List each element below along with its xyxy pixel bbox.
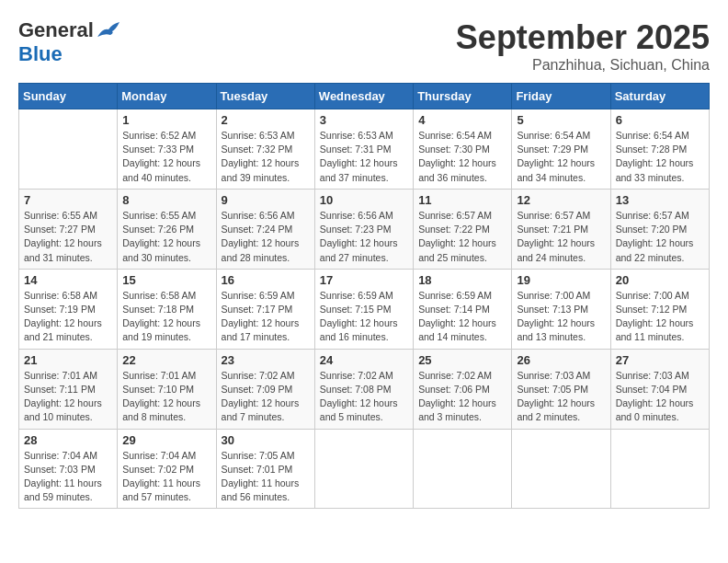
day-number: 19 [517, 273, 605, 287]
day-number: 2 [222, 113, 310, 127]
week-row-3: 14Sunrise: 6:58 AM Sunset: 7:19 PM Dayli… [19, 269, 710, 349]
day-info: Sunrise: 6:54 AM Sunset: 7:28 PM Dayligh… [616, 129, 704, 185]
calendar-cell: 22Sunrise: 7:01 AM Sunset: 7:10 PM Dayli… [118, 349, 216, 429]
calendar-cell: 19Sunrise: 7:00 AM Sunset: 7:13 PM Dayli… [512, 269, 610, 349]
day-number: 6 [616, 113, 704, 127]
day-number: 25 [418, 353, 506, 367]
calendar-cell: 10Sunrise: 6:56 AM Sunset: 7:23 PM Dayli… [314, 189, 413, 269]
day-info: Sunrise: 7:02 AM Sunset: 7:08 PM Dayligh… [320, 369, 408, 425]
day-info: Sunrise: 6:59 AM Sunset: 7:14 PM Dayligh… [418, 289, 506, 345]
title-block: September 2025 Panzhihua, Sichuan, China [456, 18, 710, 74]
day-info: Sunrise: 6:55 AM Sunset: 7:27 PM Dayligh… [24, 209, 112, 265]
day-info: Sunrise: 6:56 AM Sunset: 7:23 PM Dayligh… [320, 209, 408, 265]
logo-bird-icon [96, 20, 121, 40]
calendar-cell: 1Sunrise: 6:52 AM Sunset: 7:33 PM Daylig… [118, 109, 216, 190]
calendar-cell: 3Sunrise: 6:53 AM Sunset: 7:31 PM Daylig… [314, 109, 413, 190]
month-title: September 2025 [456, 18, 710, 57]
weekday-header-friday: Friday [512, 84, 610, 109]
day-info: Sunrise: 7:03 AM Sunset: 7:05 PM Dayligh… [517, 369, 605, 425]
logo-general-text: General [18, 18, 94, 42]
calendar-cell: 6Sunrise: 6:54 AM Sunset: 7:28 PM Daylig… [610, 109, 709, 190]
day-number: 13 [616, 193, 704, 207]
calendar-cell: 15Sunrise: 6:58 AM Sunset: 7:18 PM Dayli… [118, 269, 216, 349]
day-number: 20 [616, 273, 704, 287]
day-number: 29 [122, 433, 210, 447]
day-info: Sunrise: 6:58 AM Sunset: 7:18 PM Dayligh… [122, 289, 210, 345]
calendar-cell: 16Sunrise: 6:59 AM Sunset: 7:17 PM Dayli… [216, 269, 314, 349]
day-info: Sunrise: 6:54 AM Sunset: 7:30 PM Dayligh… [418, 129, 506, 185]
calendar-cell: 21Sunrise: 7:01 AM Sunset: 7:11 PM Dayli… [19, 349, 118, 429]
week-row-2: 7Sunrise: 6:55 AM Sunset: 7:27 PM Daylig… [19, 189, 710, 269]
week-row-1: 1Sunrise: 6:52 AM Sunset: 7:33 PM Daylig… [19, 109, 710, 190]
day-info: Sunrise: 7:04 AM Sunset: 7:03 PM Dayligh… [24, 449, 112, 505]
day-info: Sunrise: 7:01 AM Sunset: 7:10 PM Dayligh… [122, 369, 210, 425]
calendar-cell: 20Sunrise: 7:00 AM Sunset: 7:12 PM Dayli… [610, 269, 709, 349]
day-number: 9 [222, 193, 310, 207]
weekday-header-tuesday: Tuesday [216, 84, 314, 109]
calendar-cell: 12Sunrise: 6:57 AM Sunset: 7:21 PM Dayli… [512, 189, 610, 269]
day-number: 22 [122, 353, 210, 367]
day-number: 17 [320, 273, 408, 287]
calendar-cell [314, 429, 413, 509]
day-number: 18 [418, 273, 506, 287]
day-info: Sunrise: 6:55 AM Sunset: 7:26 PM Dayligh… [122, 209, 210, 265]
logo: General Blue [18, 18, 121, 66]
weekday-header-thursday: Thursday [414, 84, 512, 109]
calendar-cell: 28Sunrise: 7:04 AM Sunset: 7:03 PM Dayli… [19, 429, 118, 509]
day-info: Sunrise: 7:04 AM Sunset: 7:02 PM Dayligh… [122, 449, 210, 505]
calendar-table: SundayMondayTuesdayWednesdayThursdayFrid… [18, 83, 710, 509]
day-number: 30 [222, 433, 310, 447]
calendar-cell: 7Sunrise: 6:55 AM Sunset: 7:27 PM Daylig… [19, 189, 118, 269]
day-info: Sunrise: 6:56 AM Sunset: 7:24 PM Dayligh… [222, 209, 310, 265]
calendar-cell: 18Sunrise: 6:59 AM Sunset: 7:14 PM Dayli… [414, 269, 512, 349]
day-info: Sunrise: 7:03 AM Sunset: 7:04 PM Dayligh… [616, 369, 704, 425]
day-number: 26 [517, 353, 605, 367]
calendar-cell [414, 429, 512, 509]
weekday-header-saturday: Saturday [610, 84, 709, 109]
logo-blue-text: Blue [18, 42, 63, 66]
calendar-cell: 14Sunrise: 6:58 AM Sunset: 7:19 PM Dayli… [19, 269, 118, 349]
calendar-cell: 24Sunrise: 7:02 AM Sunset: 7:08 PM Dayli… [314, 349, 413, 429]
day-number: 4 [418, 113, 506, 127]
day-number: 15 [122, 273, 210, 287]
day-number: 3 [320, 113, 408, 127]
weekday-header-monday: Monday [118, 84, 216, 109]
day-info: Sunrise: 6:58 AM Sunset: 7:19 PM Dayligh… [24, 289, 112, 345]
location-subtitle: Panzhihua, Sichuan, China [456, 57, 710, 74]
day-info: Sunrise: 6:57 AM Sunset: 7:21 PM Dayligh… [517, 209, 605, 265]
calendar-cell: 23Sunrise: 7:02 AM Sunset: 7:09 PM Dayli… [216, 349, 314, 429]
day-info: Sunrise: 7:02 AM Sunset: 7:06 PM Dayligh… [418, 369, 506, 425]
day-number: 16 [222, 273, 310, 287]
day-info: Sunrise: 7:00 AM Sunset: 7:12 PM Dayligh… [616, 289, 704, 345]
calendar-cell: 17Sunrise: 6:59 AM Sunset: 7:15 PM Dayli… [314, 269, 413, 349]
day-info: Sunrise: 7:05 AM Sunset: 7:01 PM Dayligh… [222, 449, 310, 505]
page-header: General Blue September 2025 Panzhihua, S… [18, 18, 710, 74]
day-number: 21 [24, 353, 112, 367]
day-number: 24 [320, 353, 408, 367]
calendar-cell: 13Sunrise: 6:57 AM Sunset: 7:20 PM Dayli… [610, 189, 709, 269]
calendar-cell: 30Sunrise: 7:05 AM Sunset: 7:01 PM Dayli… [216, 429, 314, 509]
calendar-cell [610, 429, 709, 509]
calendar-cell: 9Sunrise: 6:56 AM Sunset: 7:24 PM Daylig… [216, 189, 314, 269]
day-info: Sunrise: 6:59 AM Sunset: 7:17 PM Dayligh… [222, 289, 310, 345]
day-info: Sunrise: 7:02 AM Sunset: 7:09 PM Dayligh… [222, 369, 310, 425]
day-info: Sunrise: 6:52 AM Sunset: 7:33 PM Dayligh… [122, 129, 210, 185]
day-number: 27 [616, 353, 704, 367]
weekday-header-row: SundayMondayTuesdayWednesdayThursdayFrid… [19, 84, 710, 109]
calendar-cell [19, 109, 118, 190]
day-number: 28 [24, 433, 112, 447]
day-info: Sunrise: 6:54 AM Sunset: 7:29 PM Dayligh… [517, 129, 605, 185]
calendar-cell: 5Sunrise: 6:54 AM Sunset: 7:29 PM Daylig… [512, 109, 610, 190]
calendar-cell: 8Sunrise: 6:55 AM Sunset: 7:26 PM Daylig… [118, 189, 216, 269]
day-info: Sunrise: 6:59 AM Sunset: 7:15 PM Dayligh… [320, 289, 408, 345]
calendar-cell: 27Sunrise: 7:03 AM Sunset: 7:04 PM Dayli… [610, 349, 709, 429]
day-number: 10 [320, 193, 408, 207]
calendar-cell: 29Sunrise: 7:04 AM Sunset: 7:02 PM Dayli… [118, 429, 216, 509]
calendar-cell: 2Sunrise: 6:53 AM Sunset: 7:32 PM Daylig… [216, 109, 314, 190]
calendar-cell: 25Sunrise: 7:02 AM Sunset: 7:06 PM Dayli… [414, 349, 512, 429]
day-number: 1 [122, 113, 210, 127]
calendar-cell: 11Sunrise: 6:57 AM Sunset: 7:22 PM Dayli… [414, 189, 512, 269]
day-info: Sunrise: 6:53 AM Sunset: 7:31 PM Dayligh… [320, 129, 408, 185]
day-info: Sunrise: 7:01 AM Sunset: 7:11 PM Dayligh… [24, 369, 112, 425]
week-row-4: 21Sunrise: 7:01 AM Sunset: 7:11 PM Dayli… [19, 349, 710, 429]
